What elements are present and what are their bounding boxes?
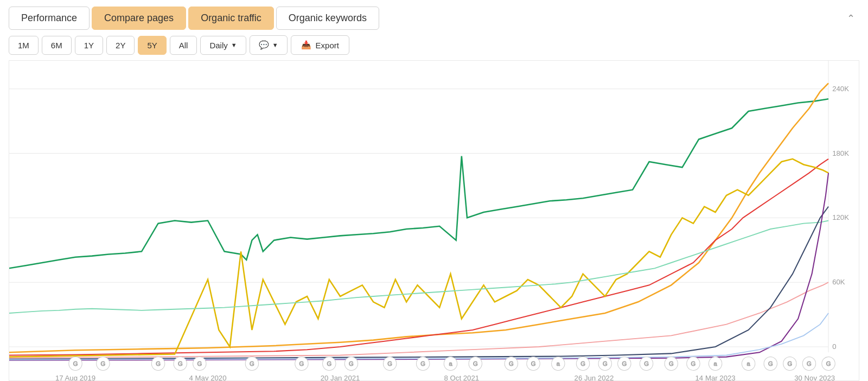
svg-text:G: G <box>73 360 78 367</box>
svg-text:G: G <box>691 360 696 367</box>
annotation-arrow-icon: ▼ <box>272 42 278 48</box>
svg-text:4 May 2020: 4 May 2020 <box>189 374 227 380</box>
svg-text:G: G <box>420 360 425 367</box>
time-all-button[interactable]: All <box>170 36 197 55</box>
svg-text:G: G <box>622 360 627 367</box>
svg-text:G: G <box>807 360 812 367</box>
time-6m-button[interactable]: 6M <box>42 36 72 55</box>
controls-row: 1M 6M 1Y 2Y 5Y All Daily ▼ 💬 ▼ 📥 Export <box>9 35 859 55</box>
chart-area: G G G G G G G G G G G <box>9 60 859 381</box>
svg-text:G: G <box>669 360 674 367</box>
chart-svg: G G G G G G G G G G G <box>9 61 859 380</box>
svg-text:G: G <box>473 360 478 367</box>
time-1m-button[interactable]: 1M <box>9 36 39 55</box>
svg-text:G: G <box>101 360 106 367</box>
svg-text:G: G <box>644 360 649 367</box>
svg-text:G: G <box>299 360 304 367</box>
svg-text:a: a <box>449 360 452 367</box>
app-container: Performance Compare pages Organic traffi… <box>0 0 868 381</box>
daily-dropdown[interactable]: Daily ▼ <box>200 36 246 55</box>
svg-text:G: G <box>327 360 331 367</box>
svg-text:8 Oct 2021: 8 Oct 2021 <box>444 374 480 380</box>
svg-text:120K: 120K <box>832 213 849 221</box>
export-label: Export <box>316 41 339 50</box>
svg-text:G: G <box>509 360 514 367</box>
tab-compare-pages[interactable]: Compare pages <box>92 7 186 30</box>
svg-text:180K: 180K <box>832 149 849 157</box>
svg-text:G: G <box>531 360 536 367</box>
svg-text:60K: 60K <box>832 278 845 286</box>
svg-text:G: G <box>387 360 392 367</box>
svg-text:G: G <box>178 360 183 367</box>
svg-text:a: a <box>557 360 560 367</box>
dropdown-arrow-icon: ▼ <box>231 42 237 48</box>
svg-text:G: G <box>349 360 354 367</box>
svg-text:G: G <box>768 360 773 367</box>
time-2y-button[interactable]: 2Y <box>106 36 135 55</box>
tab-performance[interactable]: Performance <box>9 7 90 30</box>
annotation-dropdown[interactable]: 💬 ▼ <box>250 35 288 55</box>
tab-row: Performance Compare pages Organic traffi… <box>9 7 859 30</box>
svg-text:30 Nov 2023: 30 Nov 2023 <box>794 374 835 380</box>
svg-text:20 Jan 2021: 20 Jan 2021 <box>321 374 360 380</box>
svg-text:0: 0 <box>832 342 836 351</box>
time-5y-button[interactable]: 5Y <box>138 36 166 55</box>
svg-text:G: G <box>826 360 831 367</box>
svg-text:G: G <box>580 360 585 367</box>
svg-text:a: a <box>747 360 751 367</box>
time-1y-button[interactable]: 1Y <box>75 36 103 55</box>
svg-text:a: a <box>714 360 718 367</box>
svg-text:17 Aug 2019: 17 Aug 2019 <box>55 374 95 380</box>
daily-label: Daily <box>209 41 227 50</box>
export-button[interactable]: 📥 Export <box>291 35 349 55</box>
svg-text:240K: 240K <box>832 85 849 93</box>
svg-text:14 Mar 2023: 14 Mar 2023 <box>695 374 736 380</box>
svg-text:G: G <box>156 360 161 367</box>
svg-text:G: G <box>788 360 793 367</box>
tab-organic-traffic[interactable]: Organic traffic <box>188 7 274 30</box>
export-icon: 📥 <box>301 40 311 50</box>
svg-text:26 Jun 2022: 26 Jun 2022 <box>575 374 614 380</box>
svg-text:G: G <box>197 360 202 367</box>
chevron-up-icon[interactable]: ⌃ <box>843 10 859 27</box>
svg-text:G: G <box>250 360 254 367</box>
svg-text:G: G <box>603 360 608 367</box>
tab-organic-keywords[interactable]: Organic keywords <box>276 7 379 30</box>
annotation-icon: 💬 <box>259 40 269 50</box>
